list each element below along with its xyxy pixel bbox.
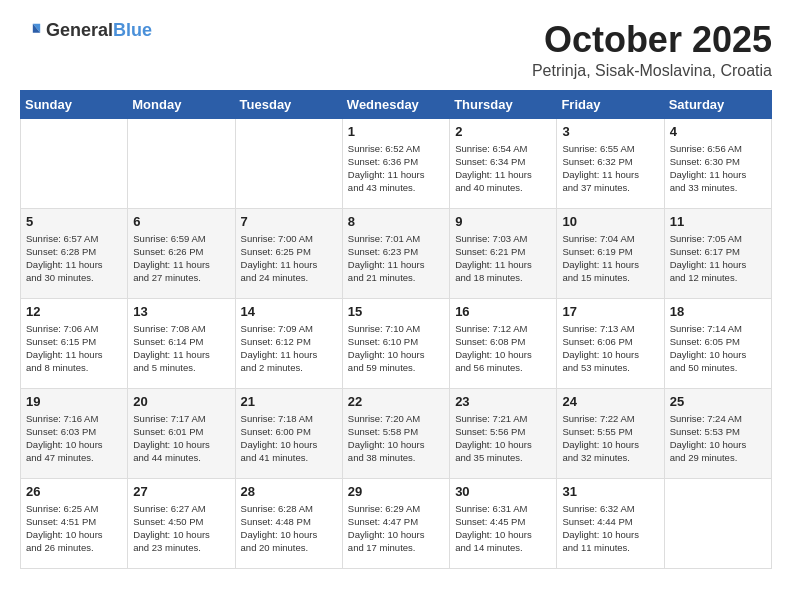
calendar-cell: 8Sunrise: 7:01 AMSunset: 6:23 PMDaylight… <box>342 208 449 298</box>
day-info: Sunrise: 7:20 AMSunset: 5:58 PMDaylight:… <box>348 412 444 465</box>
calendar-cell: 26Sunrise: 6:25 AMSunset: 4:51 PMDayligh… <box>21 478 128 568</box>
calendar-cell: 11Sunrise: 7:05 AMSunset: 6:17 PMDayligh… <box>664 208 771 298</box>
day-number: 29 <box>348 484 444 499</box>
day-info: Sunrise: 6:31 AMSunset: 4:45 PMDaylight:… <box>455 502 551 555</box>
day-info: Sunrise: 7:16 AMSunset: 6:03 PMDaylight:… <box>26 412 122 465</box>
day-header-friday: Friday <box>557 90 664 118</box>
calendar-cell: 21Sunrise: 7:18 AMSunset: 6:00 PMDayligh… <box>235 388 342 478</box>
calendar-cell: 14Sunrise: 7:09 AMSunset: 6:12 PMDayligh… <box>235 298 342 388</box>
calendar-cell: 4Sunrise: 6:56 AMSunset: 6:30 PMDaylight… <box>664 118 771 208</box>
calendar-cell: 15Sunrise: 7:10 AMSunset: 6:10 PMDayligh… <box>342 298 449 388</box>
calendar-cell <box>21 118 128 208</box>
day-number: 3 <box>562 124 658 139</box>
day-number: 22 <box>348 394 444 409</box>
calendar-cell <box>664 478 771 568</box>
calendar-cell: 16Sunrise: 7:12 AMSunset: 6:08 PMDayligh… <box>450 298 557 388</box>
day-number: 21 <box>241 394 337 409</box>
day-number: 16 <box>455 304 551 319</box>
day-number: 1 <box>348 124 444 139</box>
page-header: GeneralBlue October 2025 Petrinja, Sisak… <box>20 20 772 80</box>
day-number: 12 <box>26 304 122 319</box>
day-header-saturday: Saturday <box>664 90 771 118</box>
day-header-tuesday: Tuesday <box>235 90 342 118</box>
logo-general-text: GeneralBlue <box>46 21 152 41</box>
logo-icon <box>20 20 42 42</box>
calendar-cell: 25Sunrise: 7:24 AMSunset: 5:53 PMDayligh… <box>664 388 771 478</box>
calendar-week-row: 12Sunrise: 7:06 AMSunset: 6:15 PMDayligh… <box>21 298 772 388</box>
day-info: Sunrise: 6:59 AMSunset: 6:26 PMDaylight:… <box>133 232 229 285</box>
calendar-cell: 7Sunrise: 7:00 AMSunset: 6:25 PMDaylight… <box>235 208 342 298</box>
day-number: 7 <box>241 214 337 229</box>
day-info: Sunrise: 6:56 AMSunset: 6:30 PMDaylight:… <box>670 142 766 195</box>
day-number: 8 <box>348 214 444 229</box>
day-info: Sunrise: 7:13 AMSunset: 6:06 PMDaylight:… <box>562 322 658 375</box>
day-number: 17 <box>562 304 658 319</box>
day-number: 25 <box>670 394 766 409</box>
day-number: 23 <box>455 394 551 409</box>
day-info: Sunrise: 7:08 AMSunset: 6:14 PMDaylight:… <box>133 322 229 375</box>
day-info: Sunrise: 7:18 AMSunset: 6:00 PMDaylight:… <box>241 412 337 465</box>
calendar-cell: 24Sunrise: 7:22 AMSunset: 5:55 PMDayligh… <box>557 388 664 478</box>
day-info: Sunrise: 7:01 AMSunset: 6:23 PMDaylight:… <box>348 232 444 285</box>
calendar-cell: 6Sunrise: 6:59 AMSunset: 6:26 PMDaylight… <box>128 208 235 298</box>
day-info: Sunrise: 7:14 AMSunset: 6:05 PMDaylight:… <box>670 322 766 375</box>
day-number: 24 <box>562 394 658 409</box>
day-info: Sunrise: 7:00 AMSunset: 6:25 PMDaylight:… <box>241 232 337 285</box>
calendar-cell: 2Sunrise: 6:54 AMSunset: 6:34 PMDaylight… <box>450 118 557 208</box>
day-info: Sunrise: 7:24 AMSunset: 5:53 PMDaylight:… <box>670 412 766 465</box>
day-number: 11 <box>670 214 766 229</box>
calendar-cell <box>128 118 235 208</box>
calendar-header-row: SundayMondayTuesdayWednesdayThursdayFrid… <box>21 90 772 118</box>
calendar-cell <box>235 118 342 208</box>
day-number: 10 <box>562 214 658 229</box>
calendar-cell: 20Sunrise: 7:17 AMSunset: 6:01 PMDayligh… <box>128 388 235 478</box>
day-info: Sunrise: 6:29 AMSunset: 4:47 PMDaylight:… <box>348 502 444 555</box>
month-title: October 2025 <box>532 20 772 60</box>
title-block: October 2025 Petrinja, Sisak-Moslavina, … <box>532 20 772 80</box>
day-info: Sunrise: 7:05 AMSunset: 6:17 PMDaylight:… <box>670 232 766 285</box>
calendar-week-row: 26Sunrise: 6:25 AMSunset: 4:51 PMDayligh… <box>21 478 772 568</box>
calendar-cell: 3Sunrise: 6:55 AMSunset: 6:32 PMDaylight… <box>557 118 664 208</box>
day-header-monday: Monday <box>128 90 235 118</box>
calendar-table: SundayMondayTuesdayWednesdayThursdayFrid… <box>20 90 772 569</box>
calendar-week-row: 19Sunrise: 7:16 AMSunset: 6:03 PMDayligh… <box>21 388 772 478</box>
calendar-cell: 10Sunrise: 7:04 AMSunset: 6:19 PMDayligh… <box>557 208 664 298</box>
day-number: 13 <box>133 304 229 319</box>
calendar-cell: 28Sunrise: 6:28 AMSunset: 4:48 PMDayligh… <box>235 478 342 568</box>
day-info: Sunrise: 7:03 AMSunset: 6:21 PMDaylight:… <box>455 232 551 285</box>
logo: GeneralBlue <box>20 20 152 42</box>
day-info: Sunrise: 7:10 AMSunset: 6:10 PMDaylight:… <box>348 322 444 375</box>
day-info: Sunrise: 6:28 AMSunset: 4:48 PMDaylight:… <box>241 502 337 555</box>
day-header-sunday: Sunday <box>21 90 128 118</box>
day-info: Sunrise: 7:04 AMSunset: 6:19 PMDaylight:… <box>562 232 658 285</box>
day-number: 4 <box>670 124 766 139</box>
day-number: 28 <box>241 484 337 499</box>
calendar-cell: 12Sunrise: 7:06 AMSunset: 6:15 PMDayligh… <box>21 298 128 388</box>
day-info: Sunrise: 6:25 AMSunset: 4:51 PMDaylight:… <box>26 502 122 555</box>
day-info: Sunrise: 7:17 AMSunset: 6:01 PMDaylight:… <box>133 412 229 465</box>
day-header-thursday: Thursday <box>450 90 557 118</box>
calendar-cell: 18Sunrise: 7:14 AMSunset: 6:05 PMDayligh… <box>664 298 771 388</box>
day-number: 6 <box>133 214 229 229</box>
calendar-cell: 17Sunrise: 7:13 AMSunset: 6:06 PMDayligh… <box>557 298 664 388</box>
day-number: 9 <box>455 214 551 229</box>
day-number: 26 <box>26 484 122 499</box>
day-number: 15 <box>348 304 444 319</box>
day-info: Sunrise: 6:27 AMSunset: 4:50 PMDaylight:… <box>133 502 229 555</box>
calendar-cell: 5Sunrise: 6:57 AMSunset: 6:28 PMDaylight… <box>21 208 128 298</box>
day-info: Sunrise: 7:12 AMSunset: 6:08 PMDaylight:… <box>455 322 551 375</box>
calendar-cell: 1Sunrise: 6:52 AMSunset: 6:36 PMDaylight… <box>342 118 449 208</box>
calendar-cell: 23Sunrise: 7:21 AMSunset: 5:56 PMDayligh… <box>450 388 557 478</box>
day-info: Sunrise: 7:06 AMSunset: 6:15 PMDaylight:… <box>26 322 122 375</box>
day-header-wednesday: Wednesday <box>342 90 449 118</box>
calendar-cell: 29Sunrise: 6:29 AMSunset: 4:47 PMDayligh… <box>342 478 449 568</box>
calendar-cell: 19Sunrise: 7:16 AMSunset: 6:03 PMDayligh… <box>21 388 128 478</box>
day-info: Sunrise: 6:55 AMSunset: 6:32 PMDaylight:… <box>562 142 658 195</box>
day-number: 18 <box>670 304 766 319</box>
day-number: 31 <box>562 484 658 499</box>
day-info: Sunrise: 7:21 AMSunset: 5:56 PMDaylight:… <box>455 412 551 465</box>
day-number: 19 <box>26 394 122 409</box>
day-number: 2 <box>455 124 551 139</box>
day-info: Sunrise: 7:09 AMSunset: 6:12 PMDaylight:… <box>241 322 337 375</box>
calendar-cell: 30Sunrise: 6:31 AMSunset: 4:45 PMDayligh… <box>450 478 557 568</box>
